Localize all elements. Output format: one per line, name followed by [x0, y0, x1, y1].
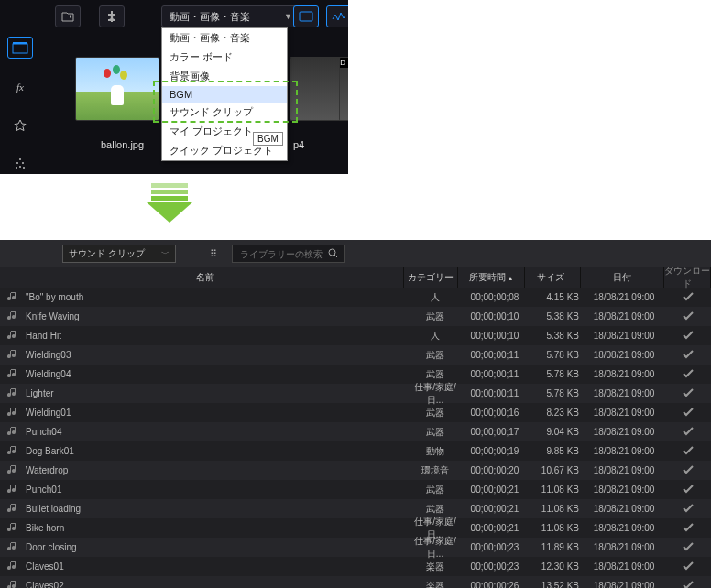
chevron-down-icon: ﹀: [161, 248, 170, 260]
clip-duration: 00;00;00;21: [462, 485, 528, 495]
svg-line-10: [334, 255, 337, 257]
clip-name: Bike horn: [26, 523, 64, 533]
clip-date: 18/08/21 09:00: [583, 408, 665, 418]
download-check-icon[interactable]: [665, 368, 711, 381]
table-row[interactable]: Claves01楽器00;00;00;2312.30 KB18/08/21 09…: [0, 557, 711, 576]
table-row[interactable]: Wielding03武器00;00;00;115.78 KB18/08/21 0…: [0, 345, 711, 365]
table-row[interactable]: Punch04武器00;00;00;179.04 KB18/08/21 09:0…: [0, 422, 711, 441]
download-check-icon[interactable]: [665, 522, 711, 535]
search-input[interactable]: [238, 248, 324, 260]
clip-date: 18/08/21 09:00: [583, 292, 665, 302]
clip-name: Door closing: [26, 542, 77, 552]
download-check-icon[interactable]: [665, 387, 711, 400]
table-row[interactable]: Hand Hit人00;00;00;105.38 KB18/08/21 09:0…: [0, 326, 711, 345]
download-check-icon[interactable]: [665, 464, 711, 477]
header-duration[interactable]: 所要時間▲: [458, 267, 525, 288]
clip-size: 5.38 KB: [528, 331, 583, 341]
clip-category: 動物: [409, 445, 462, 458]
table-row[interactable]: Door closing仕事/家庭/日...00;00;00;2311.89 K…: [0, 538, 711, 557]
download-check-icon[interactable]: [665, 330, 711, 343]
download-check-icon[interactable]: [665, 310, 711, 323]
clip-date: 18/08/21 09:00: [583, 523, 665, 533]
bgm-tooltip: BGM: [253, 132, 283, 146]
sidebar-media-room[interactable]: [7, 37, 33, 59]
library-search[interactable]: [232, 245, 345, 263]
clip-duration: 00;00;00;17: [462, 427, 528, 437]
media-thumbnail[interactable]: 3D: [339, 57, 348, 121]
clip-size: 12.30 KB: [528, 561, 583, 572]
badge-3d: 3D: [339, 58, 348, 68]
grid-view-icon[interactable]: ⠿: [204, 245, 221, 262]
clip-date: 18/08/21 09:00: [583, 504, 665, 514]
dropdown-item[interactable]: 動画・画像・音楽: [162, 28, 287, 48]
flow-arrow-icon: [147, 183, 192, 223]
clip-category: 武器: [409, 368, 462, 381]
svg-point-7: [19, 166, 21, 168]
clip-duration: 00;00;00;19: [462, 446, 528, 456]
svg-point-5: [22, 162, 24, 164]
dropdown-item-bgm[interactable]: BGM: [162, 86, 287, 103]
clip-duration: 00;00;00;10: [462, 331, 528, 341]
table-row[interactable]: Knife Waving武器00;00;00;105.38 KB18/08/21…: [0, 307, 711, 326]
header-download[interactable]: ダウンロード: [664, 267, 711, 288]
download-check-icon[interactable]: [665, 541, 711, 554]
clip-size: 5.78 KB: [528, 369, 583, 379]
clip-name: Wielding03: [26, 350, 71, 360]
clip-name: Dog Bark01: [26, 446, 74, 456]
sidebar-particle-room[interactable]: [8, 154, 32, 174]
import-folder-button[interactable]: [55, 5, 81, 27]
plugin-button[interactable]: [99, 5, 125, 27]
clip-size: 8.23 KB: [528, 408, 583, 418]
download-check-icon[interactable]: [665, 561, 711, 573]
sidebar-fx-room[interactable]: fx: [8, 77, 32, 97]
sidebar-pip-room[interactable]: [8, 115, 32, 136]
header-name[interactable]: 名前: [0, 267, 404, 288]
media-room-panel: 動画・画像・音楽 ▼ fx T ballon.jpg 360 3D p4: [0, 0, 348, 174]
svg-point-6: [16, 167, 17, 169]
music-note-icon: [7, 426, 18, 439]
media-filter-dropdown[interactable]: 動画・画像・音楽 ▼: [161, 5, 301, 27]
clip-duration: 00;00;00;11: [462, 350, 528, 360]
download-check-icon[interactable]: [665, 349, 711, 362]
table-row[interactable]: Bullet loading武器00;00;00;2111.08 KB18/08…: [0, 499, 711, 518]
library-category-select[interactable]: サウンド クリップ ﹀: [62, 245, 176, 263]
download-check-icon[interactable]: [665, 407, 711, 419]
dropdown-item[interactable]: サウンド クリップ: [162, 103, 287, 122]
download-check-icon[interactable]: [665, 445, 711, 458]
header-category[interactable]: カテゴリー: [404, 267, 458, 288]
select-label: サウンド クリップ: [69, 247, 145, 260]
clip-name: Waterdrop: [26, 465, 68, 475]
library-table-header: 名前 カテゴリー 所要時間▲ サイズ 日付 ダウンロード: [0, 267, 711, 288]
download-check-icon[interactable]: [665, 426, 711, 439]
dropdown-item[interactable]: 背景画像: [162, 67, 287, 86]
dropdown-item[interactable]: カラー ボード: [162, 48, 287, 67]
display-mode-button[interactable]: [293, 5, 319, 27]
download-check-icon[interactable]: [665, 484, 711, 496]
table-row[interactable]: Claves02楽器00;00;00;2613.52 KB18/08/21 09…: [0, 576, 711, 588]
table-row[interactable]: Punch01武器00;00;00;2111.08 KB18/08/21 09:…: [0, 480, 711, 499]
table-row[interactable]: "Bo" by mouth人00;00;00;084.15 KB18/08/21…: [0, 288, 711, 307]
table-row[interactable]: Wielding01武器00;00;00;168.23 KB18/08/21 0…: [0, 403, 711, 422]
music-note-icon: [7, 522, 18, 535]
music-note-icon: [7, 310, 18, 323]
waveform-button[interactable]: [326, 5, 348, 27]
music-note-icon: [7, 445, 18, 458]
table-row[interactable]: Lighter仕事/家庭/日...00;00;00;115.78 KB18/08…: [0, 384, 711, 403]
clip-name: Claves01: [26, 561, 64, 572]
table-row[interactable]: Waterdrop環境音00;00;00;2010.67 KB18/08/21 …: [0, 461, 711, 480]
library-table-body: "Bo" by mouth人00;00;00;084.15 KB18/08/21…: [0, 288, 711, 588]
table-row[interactable]: Wielding04武器00;00;00;115.78 KB18/08/21 0…: [0, 365, 711, 384]
download-check-icon[interactable]: [665, 503, 711, 516]
header-size[interactable]: サイズ: [525, 267, 581, 288]
clip-size: 9.04 KB: [528, 427, 583, 437]
svg-rect-1: [13, 44, 27, 53]
table-row[interactable]: Bike horn仕事/家庭/日...00;00;00;2111.08 KB18…: [0, 518, 711, 538]
download-check-icon[interactable]: [665, 580, 711, 589]
svg-point-3: [19, 158, 21, 160]
clip-date: 18/08/21 09:00: [583, 350, 665, 360]
media-thumbnail[interactable]: [75, 57, 159, 121]
header-date[interactable]: 日付: [581, 267, 664, 288]
download-check-icon[interactable]: [665, 291, 711, 304]
clip-date: 18/08/21 09:00: [583, 369, 665, 379]
table-row[interactable]: Dog Bark01動物00;00;00;199.85 KB18/08/21 0…: [0, 441, 711, 461]
